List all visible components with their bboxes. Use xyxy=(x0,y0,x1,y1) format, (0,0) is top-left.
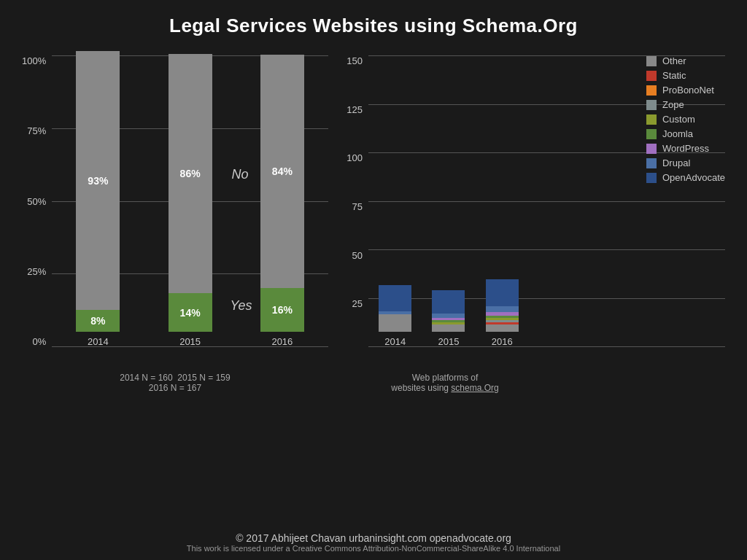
legend-swatch-wordpress xyxy=(646,144,657,154)
bar-2015: 86% 14% xyxy=(169,54,212,332)
legend-label-wordpress: WordPress xyxy=(662,143,709,154)
legend-label-zope: Zope xyxy=(662,99,684,110)
bar-no-2016: 84% xyxy=(260,55,304,288)
left-y-axis: 100% 75% 50% 25% 0% xyxy=(22,52,52,365)
seg-openadvocate-2014 xyxy=(379,285,411,311)
right-x-2014: 2014 xyxy=(384,336,406,347)
legend-label-joomla: Joomla xyxy=(662,128,693,139)
x-label-2014: 2014 xyxy=(88,336,109,347)
legend-swatch-probononet xyxy=(646,85,657,96)
legend-label-custom: Custom xyxy=(662,114,695,125)
y-label-75: 75% xyxy=(27,125,46,136)
right-y-150: 150 xyxy=(347,55,363,66)
seg-other-2015 xyxy=(432,324,465,332)
right-y-axis: 150 125 100 75 50 25 xyxy=(343,52,368,365)
right-chart: 150 125 100 75 50 25 xyxy=(343,52,725,521)
left-chart-area: 100% 75% 50% 25% 0% xyxy=(22,52,328,365)
y-label-100: 100% xyxy=(22,55,46,66)
right-y-100: 100 xyxy=(347,152,363,163)
y-label-25: 25% xyxy=(27,266,46,277)
right-y-50: 50 xyxy=(352,250,363,261)
seg-other-2014 xyxy=(379,314,411,332)
y-label-0: 0% xyxy=(32,336,46,347)
bar-no-2015: 86% xyxy=(169,54,212,293)
y-label-50: 50% xyxy=(27,196,46,207)
seg-openadvocate-2015 xyxy=(432,290,465,314)
legend-label-drupal: Drupal xyxy=(662,158,690,168)
legend-swatch-drupal xyxy=(646,158,657,168)
left-chart: 100% 75% 50% 25% 0% xyxy=(22,52,328,521)
legend-item-static: Static xyxy=(646,70,725,81)
legend-swatch-static xyxy=(646,71,657,81)
bar-yes-2015: 14% xyxy=(169,293,212,332)
footer-line1: © 2017 Abhijeet Chavan urbaninsight.com … xyxy=(187,532,560,544)
annotation-no: No xyxy=(232,167,249,182)
right-bar-group-2014: 2014 xyxy=(375,285,415,347)
seg-other-2016 xyxy=(486,324,519,332)
legend-item-zope: Zope xyxy=(646,99,725,110)
right-bar-group-2016: 2016 xyxy=(482,279,522,347)
right-bar-stack-2015 xyxy=(432,290,465,332)
schema-link[interactable]: schema.Org xyxy=(451,383,498,393)
legend-item-custom: Custom xyxy=(646,114,725,125)
right-bar-group-2015: 2015 xyxy=(428,290,468,347)
seg-drupal-2016 xyxy=(486,306,519,312)
right-bars-row: 2014 xyxy=(368,55,529,347)
legend-label-probononet: ProBonoNet xyxy=(662,85,714,96)
bar-2016: 84% 16% xyxy=(260,55,304,332)
right-bar-stack-2014 xyxy=(379,285,411,332)
legend-swatch-custom xyxy=(646,114,657,125)
right-chart-footer: Web platforms ofwebsites using schema.Or… xyxy=(343,373,547,393)
right-bar-stack-2016 xyxy=(486,279,519,332)
legend-label-openadvocate: OpenAdvocate xyxy=(662,172,725,183)
legend-item-drupal: Drupal xyxy=(646,158,725,168)
left-bars-container: 93% 8% 2014 86% 14% xyxy=(52,52,328,365)
legend-swatch-zope xyxy=(646,100,657,110)
right-chart-inner: 150 125 100 75 50 25 xyxy=(343,52,725,365)
charts-row: 100% 75% 50% 25% 0% xyxy=(22,52,725,521)
chart-legend: Other Static ProBonoNet Zope xyxy=(646,55,725,183)
legend-item-openadvocate: OpenAdvocate xyxy=(646,172,725,183)
footer-line2: This work is licensed under a Creative C… xyxy=(187,544,560,553)
right-y-125: 125 xyxy=(347,104,363,115)
right-x-2016: 2016 xyxy=(492,336,513,347)
legend-item-joomla: Joomla xyxy=(646,128,725,139)
legend-label-static: Static xyxy=(662,70,686,81)
bar-yes-2016: 16% xyxy=(260,288,304,332)
page-container: Legal Services Websites using Schema.Org… xyxy=(0,0,747,560)
page-footer: © 2017 Abhijeet Chavan urbaninsight.com … xyxy=(187,532,560,553)
legend-swatch-joomla xyxy=(646,129,657,139)
legend-item-probononet: ProBonoNet xyxy=(646,85,725,96)
legend-swatch-openadvocate xyxy=(646,173,657,183)
annotation-yes: Yes xyxy=(231,298,252,314)
bar-group-2014: 93% 8% 2014 xyxy=(72,51,123,347)
bar-no-2014: 93% xyxy=(76,51,120,310)
page-title: Legal Services Websites using Schema.Org xyxy=(169,15,578,37)
legend-item-other: Other xyxy=(646,55,725,66)
legend-swatch-other xyxy=(646,56,657,66)
bar-2014: 93% 8% xyxy=(76,51,120,332)
right-y-25: 25 xyxy=(352,298,363,309)
right-y-75: 75 xyxy=(352,201,363,212)
left-chart-footer: 2014 N = 160 2015 N = 1592016 N = 167 xyxy=(120,373,230,393)
legend-item-wordpress: WordPress xyxy=(646,143,725,154)
seg-openadvocate-2016 xyxy=(486,279,519,306)
bar-yes-2014: 8% xyxy=(76,310,120,332)
x-label-2015: 2015 xyxy=(179,336,201,347)
right-x-2015: 2015 xyxy=(438,336,460,347)
bar-group-2015: 86% 14% No Yes 2015 xyxy=(165,54,216,347)
x-label-2016: 2016 xyxy=(271,336,293,347)
left-bars-row: 93% 8% 2014 86% 14% xyxy=(52,55,328,347)
legend-label-other: Other xyxy=(662,55,686,66)
bar-group-2016: 84% 16% 2016 xyxy=(257,55,308,347)
